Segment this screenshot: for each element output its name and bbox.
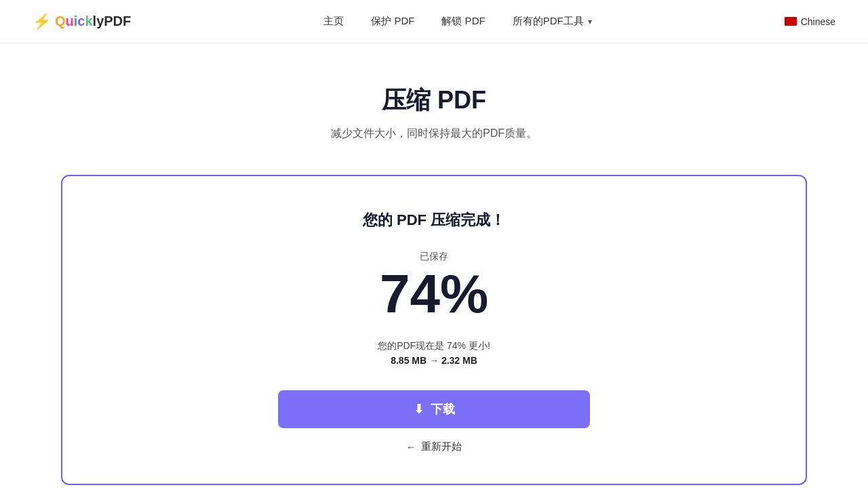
language-label: Chinese — [801, 16, 835, 27]
size-info: 您的PDF现在是 74% 更小! 8.85 MB → 2.32 MB — [378, 340, 490, 366]
size-from: 8.85 MB — [391, 355, 427, 366]
nav-tools-label: 所有的PDF工具 — [513, 15, 584, 28]
chevron-down-icon: ▾ — [588, 17, 592, 26]
arrow-left-icon: ← — [406, 442, 416, 453]
language-flag-icon — [785, 17, 797, 26]
language-selector[interactable]: Chinese — [785, 16, 835, 27]
header: ⚡ QuicklyPDF 主页 保护 PDF 解锁 PDF 所有的PDF工具 ▾… — [0, 0, 868, 43]
nav-unlock[interactable]: 解锁 PDF — [441, 15, 485, 28]
page-title: 压缩 PDF — [382, 84, 486, 117]
nav-protect[interactable]: 保护 PDF — [371, 15, 414, 28]
main-content: 压缩 PDF 减少文件大小，同时保持最大的PDF质量。 您的 PDF 压缩完成！… — [0, 43, 868, 500]
size-numbers: 8.85 MB → 2.32 MB — [378, 355, 490, 366]
logo-icon: ⚡ — [33, 13, 51, 30]
saved-percent: 74% — [380, 267, 488, 321]
nav-tools[interactable]: 所有的PDF工具 ▾ — [513, 15, 592, 28]
size-arrow-icon: → — [429, 355, 439, 366]
nav: 主页 保护 PDF 解锁 PDF 所有的PDF工具 ▾ — [323, 15, 591, 28]
card-title: 您的 PDF 压缩完成！ — [363, 210, 505, 230]
page-subtitle: 减少文件大小，同时保持最大的PDF质量。 — [331, 127, 537, 141]
size-to: 2.32 MB — [441, 355, 477, 366]
saved-label: 已保存 — [420, 251, 448, 263]
download-button[interactable]: ⬇ 下载 — [278, 390, 590, 428]
logo-text: QuicklyPDF — [55, 14, 131, 29]
logo[interactable]: ⚡ QuicklyPDF — [33, 13, 131, 30]
result-card: 您的 PDF 压缩完成！ 已保存 74% 您的PDF现在是 74% 更小! 8.… — [61, 175, 807, 485]
size-info-text: 您的PDF现在是 74% 更小! — [378, 340, 490, 352]
download-icon: ⬇ — [414, 402, 424, 417]
restart-button[interactable]: ← 重新开始 — [406, 440, 462, 453]
restart-label: 重新开始 — [421, 440, 462, 453]
download-label: 下载 — [431, 401, 455, 417]
nav-home[interactable]: 主页 — [323, 15, 344, 28]
